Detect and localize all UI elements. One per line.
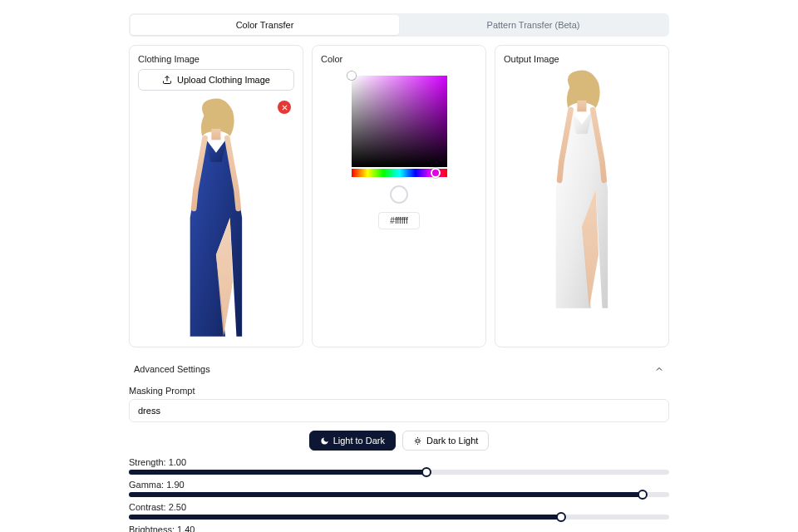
upload-label: Upload Clothing Image — [177, 75, 270, 85]
remove-image-button[interactable] — [278, 101, 291, 114]
svg-rect-4 — [211, 129, 220, 140]
light-to-dark-button[interactable]: Light to Dark — [309, 431, 396, 451]
close-icon — [281, 104, 288, 111]
output-image — [526, 69, 638, 310]
slider-label: Strength: 1.00 — [129, 457, 669, 467]
output-image-wrap — [504, 69, 660, 310]
advanced-toggle[interactable]: Advanced Settings — [129, 356, 669, 382]
output-title: Output Image — [504, 54, 660, 64]
slider-strength: Strength: 1.00 — [129, 457, 669, 475]
slider-thumb[interactable] — [556, 512, 566, 522]
slider-label: Gamma: 1.90 — [129, 480, 669, 490]
masking-label: Masking Prompt — [129, 386, 669, 396]
color-panel: Color #ffffff — [312, 45, 486, 347]
slider-brightness: Brightness: 1.40 — [129, 525, 669, 532]
hex-input[interactable]: #ffffff — [378, 212, 420, 229]
moon-icon — [320, 436, 329, 446]
hue-slider[interactable] — [352, 169, 447, 177]
color-picker-area[interactable] — [352, 76, 447, 167]
upload-icon — [162, 75, 172, 85]
clothing-image — [160, 97, 272, 338]
advanced-settings: Advanced Settings Masking Prompt Light t… — [129, 356, 669, 532]
dark-to-light-label: Dark to Light — [426, 436, 478, 446]
advanced-heading: Advanced Settings — [134, 364, 210, 374]
dark-to-light-button[interactable]: Dark to Light — [402, 431, 489, 451]
masking-input[interactable] — [129, 399, 669, 422]
slider-contrast: Contrast: 2.50 — [129, 502, 669, 520]
sun-icon — [413, 436, 422, 446]
svg-point-7 — [416, 439, 420, 442]
mode-row: Light to Dark Dark to Light — [129, 431, 669, 451]
clothing-panel: Clothing Image Upload Clothing Image — [129, 45, 303, 347]
color-title: Color — [321, 54, 477, 64]
chevron-up-icon — [654, 364, 664, 374]
color-picker-thumb[interactable] — [347, 71, 356, 80]
svg-line-14 — [416, 442, 416, 443]
tab-color-transfer[interactable]: Color Transfer — [131, 15, 399, 35]
sliders: Strength: 1.00Gamma: 1.90Contrast: 2.50B… — [129, 457, 669, 532]
svg-rect-6 — [577, 101, 586, 111]
slider-label: Contrast: 2.50 — [129, 502, 669, 512]
tab-pattern-transfer[interactable]: Pattern Transfer (Beta) — [399, 15, 667, 35]
clothing-title: Clothing Image — [138, 54, 294, 64]
slider-label: Brightness: 1.40 — [129, 525, 669, 532]
svg-line-15 — [419, 438, 420, 439]
upload-clothing-button[interactable]: Upload Clothing Image — [138, 69, 294, 91]
color-swatch — [390, 185, 408, 204]
tabs: Color Transfer Pattern Transfer (Beta) — [129, 13, 669, 37]
slider-thumb[interactable] — [421, 467, 431, 477]
slider-track[interactable] — [129, 515, 669, 520]
slider-thumb[interactable] — [638, 490, 648, 500]
slider-gamma: Gamma: 1.90 — [129, 480, 669, 497]
slider-track[interactable] — [129, 492, 669, 497]
svg-line-12 — [416, 438, 416, 439]
hue-thumb[interactable] — [431, 168, 441, 178]
output-panel: Output Image — [495, 45, 669, 347]
light-to-dark-label: Light to Dark — [333, 436, 385, 446]
svg-line-13 — [419, 442, 420, 443]
slider-track[interactable] — [129, 470, 669, 475]
panels-row: Clothing Image Upload Clothing Image — [129, 45, 669, 347]
clothing-image-wrap — [138, 97, 294, 338]
